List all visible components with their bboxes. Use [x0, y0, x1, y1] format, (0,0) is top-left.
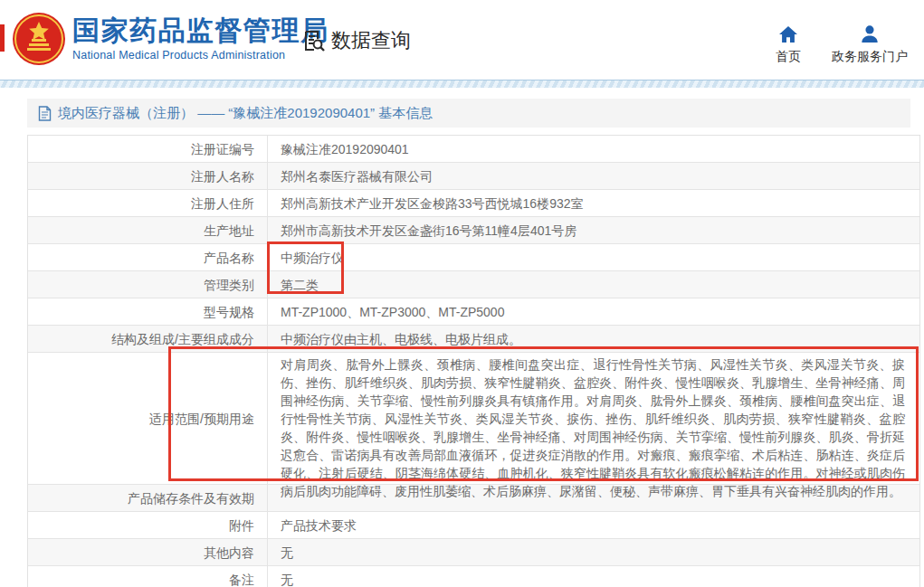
row-label: 注册人名称	[28, 163, 268, 189]
registration-info-table: 注册证编号 豫械注准20192090401 注册人名称 郑州名泰医疗器械有限公司…	[27, 135, 920, 587]
table-row-product-name: 产品名称 中频治疗仪	[28, 244, 919, 271]
row-value	[268, 485, 919, 511]
table-row-management-class: 管理类别 第二类	[28, 271, 919, 298]
data-query-label: 数据查询	[331, 27, 411, 54]
row-value: 中频治疗仪	[268, 244, 919, 270]
row-label: 注册证编号	[28, 136, 268, 162]
row-label: 备注	[28, 566, 268, 587]
page-root: 国家药品监督管理局 National Medical Products Admi…	[0, 0, 924, 587]
table-row-registrant-name: 注册人名称 郑州名泰医疗器械有限公司	[28, 163, 919, 190]
row-label: 管理类别	[28, 271, 268, 298]
nav-home[interactable]: 首页	[776, 24, 801, 65]
row-label: 注册人住所	[28, 190, 268, 216]
table-row-production-address: 生产地址 郑州市高新技术开发区金盏街16号第11幢4层401号房	[28, 217, 919, 244]
row-value: MT-ZP1000、MT-ZP3000、MT-ZP5000	[268, 298, 919, 325]
table-row-reg-number: 注册证编号 豫械注准20192090401	[28, 136, 919, 163]
table-row-remarks: 备注 无	[28, 566, 919, 587]
breadcrumb: 境内医疗器械（注册） —— “豫械注准20192090401” 基本信息	[27, 99, 910, 128]
data-query-icon	[300, 28, 326, 53]
row-value: 产品技术要求	[268, 512, 919, 538]
table-row-other: 其他内容 无	[28, 539, 919, 566]
row-value: 对肩周炎、肱骨外上髁炎、颈椎病、腰椎间盘突出症、退行性骨性关节病、风湿性关节炎、…	[268, 353, 919, 484]
row-value: 无	[268, 566, 919, 587]
nav-gov-portal-label: 政务服务门户	[832, 49, 908, 65]
agency-name-en: National Medical Products Administration	[72, 49, 329, 62]
row-label: 附件	[28, 512, 268, 538]
striped-divider	[0, 80, 924, 88]
nmpa-emblem-logo	[11, 11, 67, 67]
edge-red-sliver	[0, 24, 5, 52]
row-label: 结构及组成/主要组成成分	[28, 326, 268, 352]
agency-name-zh: 国家药品监督管理局	[72, 15, 329, 45]
user-icon	[860, 24, 880, 43]
header-nav: 首页 政务服务门户	[776, 24, 908, 65]
agency-identity: 国家药品监督管理局 National Medical Products Admi…	[72, 15, 329, 62]
breadcrumb-text: 境内医疗器械（注册） —— “豫械注准20192090401” 基本信息	[58, 105, 433, 122]
row-label: 产品储存条件及有效期	[28, 485, 268, 511]
table-row-attachment: 附件 产品技术要求	[28, 512, 919, 539]
nav-gov-portal[interactable]: 政务服务门户	[832, 24, 908, 65]
nav-home-label: 首页	[776, 49, 801, 65]
table-row-composition: 结构及组成/主要组成成分 中频治疗仪由主机、电极线、电极片组成。	[28, 326, 919, 353]
row-value: 郑州名泰医疗器械有限公司	[268, 163, 919, 189]
row-value: 豫械注准20192090401	[268, 136, 919, 162]
row-value: 郑州高新技术产业开发区金梭路33号西悦城16楼932室	[268, 190, 919, 216]
site-header: 国家药品监督管理局 National Medical Products Admi…	[0, 0, 924, 80]
document-icon	[38, 106, 52, 121]
row-value: 第二类	[268, 271, 919, 298]
row-value: 中频治疗仪由主机、电极线、电极片组成。	[268, 326, 919, 352]
table-row-storage: 产品储存条件及有效期	[28, 485, 919, 512]
row-label: 其他内容	[28, 539, 268, 565]
row-label: 适用范围/预期用途	[28, 353, 268, 484]
home-icon	[778, 24, 798, 43]
row-value: 无	[268, 539, 919, 565]
row-label: 型号规格	[28, 298, 268, 325]
table-row-registrant-address: 注册人住所 郑州高新技术产业开发区金梭路33号西悦城16楼932室	[28, 190, 919, 217]
table-row-intended-use: 适用范围/预期用途 对肩周炎、肱骨外上髁炎、颈椎病、腰椎间盘突出症、退行性骨性关…	[28, 353, 919, 485]
data-query-heading: 数据查询	[300, 27, 411, 54]
row-label: 生产地址	[28, 217, 268, 243]
row-value: 郑州市高新技术开发区金盏街16号第11幢4层401号房	[268, 217, 919, 243]
row-label: 产品名称	[28, 244, 268, 270]
table-row-model-spec: 型号规格 MT-ZP1000、MT-ZP3000、MT-ZP5000	[28, 298, 919, 326]
